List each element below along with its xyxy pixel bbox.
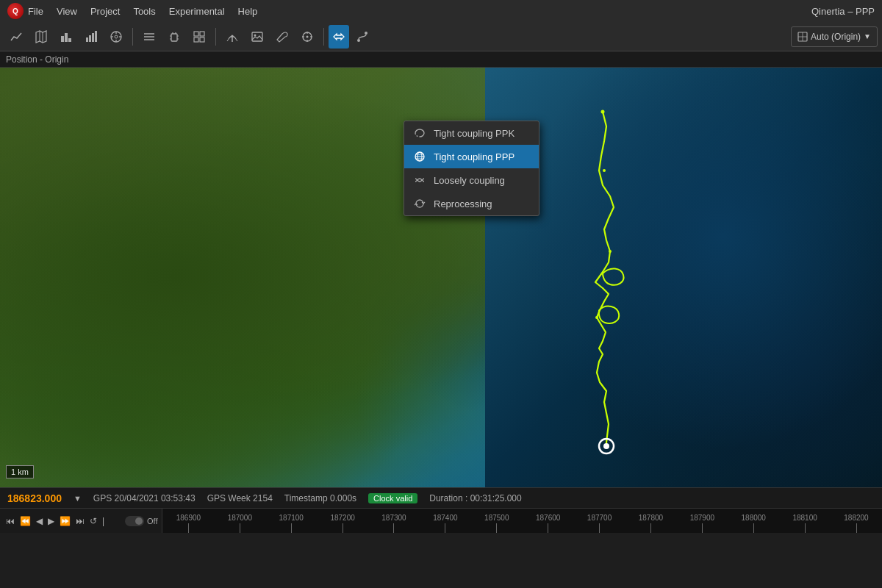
app-title: Qinertia – PPP [811,6,875,17]
map-view[interactable]: 1 km Tight coupling PPK [0,68,882,487]
play-btn[interactable]: ▶ [46,516,56,526]
svg-point-11 [115,35,118,38]
toolbar-bar-chart[interactable] [54,25,78,49]
timeline-ruler[interactable]: 186900 187000 187100 187200 187300 18740… [162,509,882,533]
menu-tight-ppk[interactable]: Tight coupling PPK [404,121,539,145]
titlebar-left: Q File View Project Tools Experimental H… [7,3,257,19]
toolbar-processing-btn[interactable] [329,25,349,49]
toolbar: Auto (Origin) ▼ [0,22,882,51]
sep2 [215,28,216,46]
menu-tight-ppk-label: Tight coupling PPK [434,128,514,139]
toolbar-signal-chart[interactable] [79,25,103,49]
loose-icon [413,173,426,187]
svg-point-50 [595,316,598,319]
toolbar-crosshair[interactable] [295,25,319,49]
tick-188000: 188000 [728,514,779,533]
position-label: Position - Origin [0,51,882,68]
menu-file[interactable]: File [28,6,43,17]
svg-point-47 [601,110,605,114]
toolbar-grid[interactable] [187,25,211,49]
loop-toggle-label: | [101,516,123,526]
svg-point-41 [365,32,368,35]
app-logo: Q [7,3,24,19]
svg-rect-7 [89,35,91,42]
fast-fwd-btn[interactable]: ⏩ [58,516,72,526]
toolbar-debug[interactable] [162,25,186,49]
svg-rect-4 [65,33,68,42]
menu-view[interactable]: View [57,6,77,17]
svg-rect-29 [200,37,204,42]
svg-rect-9 [95,31,97,42]
reprocessing-icon [413,197,426,210]
svg-point-49 [609,250,612,253]
tick-187800: 187800 [625,514,677,533]
gps-week: GPS Week 2154 [207,493,273,503]
loop-btn[interactable]: ↺ [88,516,98,526]
tick-187900: 187900 [676,514,728,533]
toolbar-list[interactable] [137,25,161,49]
gps-date: GPS 20/04/2021 03:53:43 [93,493,196,503]
scale-bar: 1 km [6,465,34,478]
skip-start-btn[interactable]: ⏮ [4,516,16,526]
skip-end-btn[interactable]: ⏭ [74,516,86,526]
tick-187200: 187200 [317,514,368,533]
processing-menu: Tight coupling PPK Tight coupling PPP [404,121,539,216]
tight-ppp-icon [413,150,426,163]
svg-rect-3 [61,36,64,42]
timeline-controls: ⏮ ⏪ ◀ ▶ ⏩ ⏭ ↺ | Off [0,509,162,533]
rewind-btn[interactable]: ⏪ [18,516,32,526]
timestamp-label: Timestamp 0.000s [284,493,356,503]
auto-origin-button[interactable]: Auto (Origin) ▼ [791,26,878,47]
tick-188100: 188100 [779,514,831,533]
tick-187600: 187600 [523,514,574,533]
menu-loose-label: Loosely coupling [434,175,505,186]
tick-187000: 187000 [214,514,265,533]
tick-188200: 188200 [831,514,882,533]
auto-origin-arrow: ▼ [864,32,871,40]
tick-187500: 187500 [471,514,523,533]
menu-tight-ppp-label: Tight coupling PPP [434,151,514,162]
svg-rect-8 [92,33,94,42]
toolbar-image[interactable] [245,25,269,49]
menu-help[interactable]: Help [238,6,258,17]
toolbar-wrench[interactable] [270,25,294,49]
svg-point-33 [254,34,257,36]
svg-point-31 [232,35,234,37]
timestamp-value: 186823.000 [7,492,62,504]
menu-loose[interactable]: Loosely coupling [404,168,539,192]
svg-point-48 [603,169,606,172]
svg-point-46 [603,443,609,449]
menu-bar: File View Project Tools Experimental Hel… [28,6,257,17]
svg-marker-0 [36,31,46,43]
menu-reprocessing[interactable]: Reprocessing [404,192,539,215]
toolbar-map[interactable] [29,25,53,49]
statusbar: 186823.000 ▼ GPS 20/04/2021 03:53:43 GPS… [0,487,882,508]
tight-ppk-icon [413,126,426,140]
clock-valid-badge: Clock valid [368,493,417,503]
loop-off-label: Off [147,517,157,526]
play-back-btn[interactable]: ◀ [35,516,44,526]
toolbar-antenna[interactable] [220,25,244,49]
auto-origin-label: Auto (Origin) [811,32,861,42]
tick-187300: 187300 [368,514,420,533]
svg-rect-26 [194,32,198,36]
sep1 [132,28,133,46]
svg-rect-28 [194,37,198,42]
menu-project[interactable]: Project [90,6,120,17]
menu-reprocessing-label: Reprocessing [434,198,492,209]
svg-rect-6 [86,37,88,42]
tick-187700: 187700 [574,514,625,533]
timeline: ⏮ ⏪ ◀ ▶ ⏩ ⏭ ↺ | Off 186900 187000 187100 [0,508,882,533]
toolbar-compass[interactable] [104,25,128,49]
menu-tight-ppp[interactable]: Tight coupling PPP [404,145,539,168]
menu-tools[interactable]: Tools [133,6,155,17]
loop-toggle[interactable]: Off [125,516,157,526]
menu-experimental[interactable]: Experimental [169,6,225,17]
duration-label: Duration : 00:31:25.000 [429,493,521,503]
svg-rect-27 [200,32,204,36]
svg-rect-19 [171,34,177,41]
timestamp-arrow[interactable]: ▼ [74,494,82,503]
toolbar-line-chart[interactable] [4,25,28,49]
toolbar-trajectory[interactable] [351,25,374,49]
svg-point-40 [357,39,360,42]
